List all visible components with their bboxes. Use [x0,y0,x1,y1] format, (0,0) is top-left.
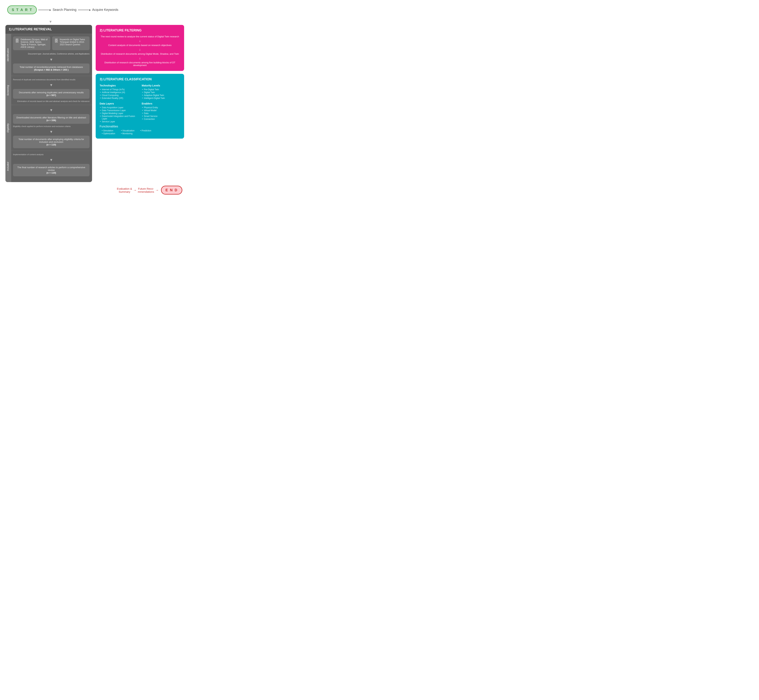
top-header: S T A R T Search Planning Acquire Keywor… [5,5,184,14]
included-label: Included [5,151,11,182]
tech-item-3: Cloud Computing [100,94,138,97]
screening-content: Removal of duplicate and extraneous docu… [11,76,92,105]
en-item-5: Connection [142,118,180,120]
retrieval-title: 1) LITERATURE RETRIEVAL [5,25,92,34]
eligibility-side-note: Eligibility check applied to perform inc… [13,125,89,127]
eligibility-text-2: Total number of documents after employin… [19,138,84,143]
bottom-footer: Evaluation &Summary Future Reco-mmendati… [5,186,184,195]
filter-item-1: The next round review to analyze the cur… [100,35,180,38]
func-item-prediction: • Prediction [138,129,151,132]
tech-item-1: Internet of Things (IoTs) [100,88,138,91]
included-section: Included Implementation of content analy… [5,151,92,182]
func-item-simulation: • Simulation [100,129,115,132]
filter-arrow-3: ↓ [100,56,180,60]
cat-maturity-title: Maturity Levels [142,84,180,87]
arrow-2 [78,9,91,11]
doc-type-note: Document type: Journal articles, Confere… [13,53,89,55]
footer-step-1: Evaluation &Summary [117,187,132,193]
screening-section: Screening Removal of duplicate and extra… [5,76,92,105]
screening-label: Screening [5,76,11,105]
category-data-layers: Data Layers Data Acquisition Layer Data … [100,102,138,123]
arrow-down-4: ▼ [13,130,89,134]
db-text-1: Databases (Scopus, Web of Science, IEEE … [20,38,48,48]
eligibility-box-1: Downloaded documents after literature fi… [13,114,89,124]
category-technologies: Technologies Internet of Things (IoTs) A… [100,84,138,100]
func-item-monitoring: • Monitoring [119,132,135,135]
included-text: The final number of research articles to… [17,166,85,172]
tech-item-4: Extended Reality (XR) [100,97,138,100]
arrow-down-2: ▼ [13,83,89,87]
db-box-1: 🗄 Databases (Scopus, Web of Science, IEE… [13,36,50,50]
footer-arrow-2 [155,188,159,192]
filter-item-4: Distribution of research documents among… [100,61,180,67]
eligibility-bold-1: (n = 336) [46,119,56,122]
dl-item-4: Data/model Integration and Fusion Layer [100,115,138,120]
dl-item-1: Data Acquisition Layer [100,106,138,109]
dl-item-5: Service Layer [100,120,138,123]
en-item-4: Smart Service [142,115,180,118]
mat-item-2: Digital Twin [142,91,180,94]
dl-item-3: Digital Modeling Layer [100,112,138,115]
screening-box: Documents after removing duplicates and … [13,89,89,99]
func-item-optimization: • Optimization [100,132,115,135]
included-bold: (n = 110) [46,172,56,174]
screening-bold: (n = 557) [46,94,56,97]
cat-functionalities-title: Functionalities [100,125,180,128]
end-oval: E N D [161,186,182,195]
func-col-3: • Prediction [138,129,151,132]
step-acquire-keywords: Acquire Keywords [92,8,118,12]
identification-content: 🗄 Databases (Scopus, Web of Science, IEE… [11,34,92,76]
included-content: Implementation of content analysis ▼ The… [11,151,92,182]
literature-filtering-panel: 2) LITERATURE FILTERING The next round r… [95,25,184,71]
eligibility-text-1: Downloaded documents after literature fi… [16,116,86,119]
identification-label: Identification [5,34,11,76]
cat-technologies-title: Technologies [100,84,138,87]
eligibility-content: ▼ Downloaded documents after literature … [11,105,92,151]
mat-item-3: Adaptive-Digital Twin [142,94,180,97]
category-maturity: Maturity Levels Pre-Digital Twin Digital… [142,84,180,100]
cat-enablers-title: Enablers [142,102,180,105]
filter-item-2: Content analysis of documents based on r… [100,44,180,47]
screening-side-note: Removal of duplicate and extraneous docu… [13,78,89,81]
cat-technologies-list: Internet of Things (IoTs) Artificial Int… [100,88,138,100]
right-panel: 2) LITERATURE FILTERING The next round r… [95,25,184,139]
classification-title: 3) LITERATURE CLASSIFICATION [100,77,180,81]
main-layout: 1) LITERATURE RETRIEVAL Identification 🗄… [5,25,184,182]
step-search-planning: Search Planning [53,8,76,12]
footer-arrow-1 [133,188,137,192]
classification-grid: Technologies Internet of Things (IoTs) A… [100,84,180,123]
eligibility-label: Eligibility [5,105,11,151]
eligibility-bold-2: (n = 110) [46,143,56,146]
en-item-2: Virtual Model [142,109,180,112]
literature-classification-panel: 3) LITERATURE CLASSIFICATION Technologie… [95,74,184,139]
total-records-box: Total number of records/documents retrie… [13,64,89,73]
func-item-visualization: • Visualization [119,129,135,132]
included-box: The final number of research articles to… [13,164,89,176]
func-col-2: • Visualization • Monitoring [119,129,135,135]
eligibility-box-2: Total number of documents after employin… [13,136,89,148]
total-records-bold: (Scopus = 682 & Others = 203 ) [34,69,69,71]
en-item-1: Physical Entity [142,106,180,109]
mat-item-1: Pre-Digital Twin [142,88,180,91]
start-oval: S T A R T [7,5,37,14]
footer-step-2: Future Reco-mmendations [138,187,154,193]
cat-datalayers-list: Data Acquisition Layer Data Transmission… [100,106,138,123]
identification-section: Identification 🗄 Databases (Scopus, Web … [5,34,92,76]
func-items-container: • Simulation • Optimization • Visualizat… [100,129,180,135]
arrow-down-5: ▼ [13,158,89,162]
db-box-2: 🗄 Keywords on Digital Twins Timespan lim… [52,36,89,50]
category-enablers: Enablers Physical Entity Virtual Model D… [142,102,180,123]
database-icon-2: 🗄 [54,39,58,43]
elim-note: Elimination of records based on title an… [13,100,89,102]
arrow-down-3: ▼ [13,108,89,112]
ident-top-row: 🗄 Databases (Scopus, Web of Science, IEE… [13,36,89,50]
cat-datalayers-title: Data Layers [100,102,138,105]
dl-item-2: Data Transmission Layer [100,109,138,112]
filtering-title: 2) LITERATURE FILTERING [100,28,180,32]
arrow-1 [38,9,51,11]
database-icon-1: 🗄 [15,39,19,43]
filter-arrow-2: ↓ [100,48,180,52]
eligibility-section: Eligibility ▼ Downloaded documents after… [5,105,92,151]
filter-arrow-1: ↓ [100,39,180,43]
db-text-2: Keywords on Digital Twins Timespan limit… [60,38,88,46]
